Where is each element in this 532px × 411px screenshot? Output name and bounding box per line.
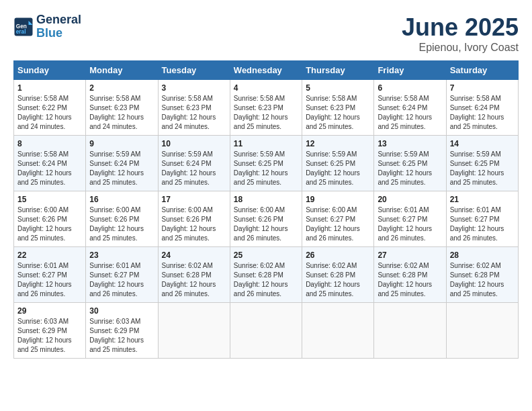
day-info: Sunrise: 5:59 AM Sunset: 6:25 PM Dayligh… [450, 150, 515, 187]
title-area: June 2025 Epienou, Ivory Coast [402, 13, 519, 54]
sunrise: Sunrise: 6:01 AM [17, 262, 69, 269]
daylight: Daylight: 12 hours and 25 minutes. [450, 281, 504, 298]
calendar-cell: 8 Sunrise: 5:58 AM Sunset: 6:24 PM Dayli… [14, 136, 86, 191]
sunset: Sunset: 6:27 PM [378, 216, 427, 223]
calendar-cell: 10 Sunrise: 5:59 AM Sunset: 6:24 PM Dayl… [158, 136, 230, 191]
calendar-week-2: 8 Sunrise: 5:58 AM Sunset: 6:24 PM Dayli… [14, 136, 519, 191]
sunset: Sunset: 6:28 PM [234, 271, 283, 279]
day-info: Sunrise: 5:58 AM Sunset: 6:24 PM Dayligh… [17, 150, 82, 187]
daylight: Daylight: 12 hours and 25 minutes. [306, 169, 360, 186]
calendar-cell [230, 303, 302, 359]
sunrise: Sunrise: 5:58 AM [378, 95, 429, 102]
sunset: Sunset: 6:24 PM [162, 160, 212, 167]
sunset: Sunset: 6:25 PM [234, 160, 283, 167]
sunrise: Sunrise: 6:00 AM [234, 206, 285, 214]
daylight: Daylight: 12 hours and 25 minutes. [162, 169, 216, 186]
sunset: Sunset: 6:27 PM [450, 216, 500, 223]
sunrise: Sunrise: 6:02 AM [234, 262, 285, 269]
day-number: 1 [17, 83, 82, 93]
day-info: Sunrise: 6:00 AM Sunset: 6:26 PM Dayligh… [17, 205, 82, 243]
day-info: Sunrise: 6:02 AM Sunset: 6:28 PM Dayligh… [162, 261, 226, 299]
day-info: Sunrise: 6:00 AM Sunset: 6:26 PM Dayligh… [162, 205, 226, 243]
day-info: Sunrise: 5:58 AM Sunset: 6:24 PM Dayligh… [450, 94, 515, 132]
calendar-cell: 19 Sunrise: 6:00 AM Sunset: 6:27 PM Dayl… [302, 191, 374, 247]
sunrise: Sunrise: 6:03 AM [17, 318, 69, 325]
day-number: 21 [450, 195, 515, 204]
sunrise: Sunrise: 5:59 AM [234, 150, 285, 158]
day-number: 17 [162, 195, 226, 204]
logo-line1: General [36, 13, 81, 26]
day-number: 6 [378, 83, 442, 93]
day-header-thursday: Thursday [302, 61, 374, 80]
calendar-cell: 14 Sunrise: 5:59 AM Sunset: 6:25 PM Dayl… [446, 136, 518, 191]
sunrise: Sunrise: 6:00 AM [17, 206, 69, 214]
sunset: Sunset: 6:22 PM [17, 104, 67, 111]
day-number: 29 [17, 306, 82, 316]
sunset: Sunset: 6:27 PM [306, 216, 355, 223]
daylight: Daylight: 12 hours and 24 minutes. [17, 113, 72, 130]
calendar-cell: 28 Sunrise: 6:02 AM Sunset: 6:28 PM Dayl… [446, 247, 518, 303]
calendar-cell: 24 Sunrise: 6:02 AM Sunset: 6:28 PM Dayl… [158, 247, 230, 303]
calendar-cell [374, 303, 446, 359]
sunset: Sunset: 6:28 PM [162, 271, 212, 279]
calendar-week-5: 29 Sunrise: 6:03 AM Sunset: 6:29 PM Dayl… [14, 303, 519, 359]
logo-text: General Blue [36, 13, 81, 40]
day-info: Sunrise: 6:02 AM Sunset: 6:28 PM Dayligh… [378, 261, 442, 299]
day-number: 18 [234, 195, 298, 204]
sunrise: Sunrise: 6:02 AM [378, 262, 429, 269]
sunrise: Sunrise: 5:58 AM [17, 95, 69, 102]
calendar-cell: 2 Sunrise: 5:58 AM Sunset: 6:23 PM Dayli… [86, 80, 158, 136]
day-number: 10 [162, 139, 226, 148]
daylight: Daylight: 12 hours and 25 minutes. [17, 225, 72, 242]
daylight: Daylight: 12 hours and 26 minutes. [89, 281, 144, 298]
sunset: Sunset: 6:25 PM [378, 160, 427, 167]
calendar-week-1: 1 Sunrise: 5:58 AM Sunset: 6:22 PM Dayli… [14, 80, 519, 136]
daylight: Daylight: 12 hours and 25 minutes. [450, 169, 504, 186]
sunrise: Sunrise: 6:02 AM [306, 262, 357, 269]
day-info: Sunrise: 5:58 AM Sunset: 6:22 PM Dayligh… [17, 94, 82, 132]
daylight: Daylight: 12 hours and 25 minutes. [89, 336, 144, 353]
day-number: 20 [378, 195, 442, 204]
sunrise: Sunrise: 6:00 AM [89, 206, 140, 214]
sunset: Sunset: 6:25 PM [306, 160, 355, 167]
calendar-week-3: 15 Sunrise: 6:00 AM Sunset: 6:26 PM Dayl… [14, 191, 519, 247]
calendar-cell: 4 Sunrise: 5:58 AM Sunset: 6:23 PM Dayli… [230, 80, 302, 136]
logo-line2: Blue [36, 27, 81, 40]
calendar-cell: 1 Sunrise: 5:58 AM Sunset: 6:22 PM Dayli… [14, 80, 86, 136]
day-header-monday: Monday [86, 61, 158, 80]
daylight: Daylight: 12 hours and 26 minutes. [378, 225, 432, 242]
sunset: Sunset: 6:28 PM [450, 271, 500, 279]
calendar-cell: 17 Sunrise: 6:00 AM Sunset: 6:26 PM Dayl… [158, 191, 230, 247]
sunset: Sunset: 6:26 PM [162, 216, 212, 223]
sunrise: Sunrise: 6:01 AM [89, 262, 140, 269]
day-number: 14 [450, 139, 515, 148]
sunset: Sunset: 6:24 PM [378, 104, 427, 111]
daylight: Daylight: 12 hours and 25 minutes. [89, 225, 144, 242]
day-header-saturday: Saturday [446, 61, 518, 80]
day-info: Sunrise: 5:58 AM Sunset: 6:23 PM Dayligh… [89, 94, 154, 132]
day-number: 4 [234, 83, 298, 93]
daylight: Daylight: 12 hours and 26 minutes. [234, 281, 288, 298]
daylight: Daylight: 12 hours and 25 minutes. [89, 169, 144, 186]
sunrise: Sunrise: 5:58 AM [17, 150, 69, 158]
calendar-cell: 29 Sunrise: 6:03 AM Sunset: 6:29 PM Dayl… [14, 303, 86, 359]
sunset: Sunset: 6:28 PM [378, 271, 427, 279]
day-header-sunday: Sunday [14, 61, 86, 80]
sunset: Sunset: 6:27 PM [89, 271, 139, 279]
sunset: Sunset: 6:29 PM [17, 327, 67, 334]
sunrise: Sunrise: 5:59 AM [89, 150, 140, 158]
day-number: 24 [162, 250, 226, 260]
day-info: Sunrise: 6:02 AM Sunset: 6:28 PM Dayligh… [234, 261, 298, 299]
sunrise: Sunrise: 5:58 AM [306, 95, 357, 102]
day-info: Sunrise: 6:00 AM Sunset: 6:26 PM Dayligh… [89, 205, 154, 243]
calendar-cell: 18 Sunrise: 6:00 AM Sunset: 6:26 PM Dayl… [230, 191, 302, 247]
calendar-cell: 13 Sunrise: 5:59 AM Sunset: 6:25 PM Dayl… [374, 136, 446, 191]
calendar-cell: 25 Sunrise: 6:02 AM Sunset: 6:28 PM Dayl… [230, 247, 302, 303]
sunset: Sunset: 6:27 PM [17, 271, 67, 279]
day-info: Sunrise: 6:00 AM Sunset: 6:26 PM Dayligh… [234, 205, 298, 243]
calendar-cell: 12 Sunrise: 5:59 AM Sunset: 6:25 PM Dayl… [302, 136, 374, 191]
day-number: 16 [89, 195, 154, 204]
day-number: 23 [89, 250, 154, 260]
day-info: Sunrise: 5:58 AM Sunset: 6:24 PM Dayligh… [378, 94, 442, 132]
day-number: 3 [162, 83, 226, 93]
